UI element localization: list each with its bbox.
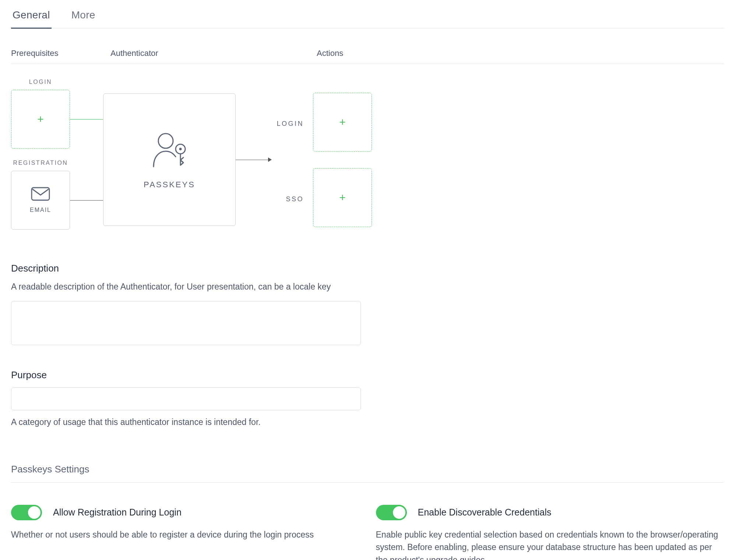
action-sso-add-box[interactable]: + [313, 168, 372, 227]
tab-more[interactable]: More [70, 6, 97, 29]
toggle-title: Enable Discoverable Credentials [418, 507, 552, 518]
svg-point-1 [158, 134, 173, 148]
plus-icon: + [339, 192, 346, 203]
passkey-icon [149, 130, 190, 171]
prereq-login-label: LOGIN [11, 79, 70, 85]
toggle-allow-registration: Allow Registration During Login Whether … [11, 505, 359, 560]
toggle-switch-discoverable-credentials[interactable] [376, 505, 407, 520]
toggle-switch-allow-registration[interactable] [11, 505, 42, 520]
toggle-discoverable-credentials: Enable Discoverable Credentials Enable p… [376, 505, 724, 560]
purpose-help: A category of usage that this authentica… [11, 416, 724, 428]
connector-line [70, 119, 103, 120]
plus-icon: + [339, 117, 346, 128]
svg-point-3 [179, 148, 182, 150]
col-header-actions: Actions [317, 49, 724, 58]
purpose-heading: Purpose [11, 369, 724, 381]
col-header-prerequisites: Prerequisites [11, 49, 110, 58]
passkeys-settings-heading: Passkeys Settings [11, 464, 724, 483]
action-login-add-box[interactable]: + [313, 93, 372, 152]
action-login-label: LOGIN [263, 120, 304, 128]
purpose-input[interactable] [11, 387, 361, 410]
tabs: General More [11, 6, 724, 28]
prereq-registration-caption: EMAIL [30, 207, 51, 213]
action-sso-label: SSO [263, 195, 304, 203]
diagram-column-headers: Prerequisites Authenticator Actions [11, 49, 724, 64]
tab-general[interactable]: General [11, 6, 52, 29]
svg-rect-0 [32, 188, 49, 200]
toggle-title: Allow Registration During Login [53, 507, 182, 518]
toggle-desc: Enable public key credential selection b… [376, 528, 724, 560]
authenticator-passkeys-box[interactable]: PASSKEYS [103, 93, 236, 226]
authenticator-label: PASSKEYS [144, 180, 195, 189]
description-heading: Description [11, 263, 724, 274]
toggles-row: Allow Registration During Login Whether … [11, 505, 724, 560]
prereq-login-add-box[interactable]: + [11, 90, 70, 149]
description-input[interactable] [11, 301, 361, 345]
col-header-authenticator: Authenticator [110, 49, 317, 58]
description-help: A readable description of the Authentica… [11, 281, 724, 293]
plus-icon: + [37, 114, 44, 125]
prereq-registration-label: REGISTRATION [11, 160, 70, 166]
arrowhead-icon [268, 157, 272, 162]
connector-line [236, 160, 269, 160]
flow-diagram: LOGIN + REGISTRATION EMAIL PASSKEYS [11, 75, 724, 241]
prereq-registration-email-box[interactable]: EMAIL [11, 171, 70, 230]
email-icon [31, 187, 50, 203]
connector-line [70, 200, 103, 201]
toggle-desc: Whether or not users should be able to r… [11, 528, 359, 541]
